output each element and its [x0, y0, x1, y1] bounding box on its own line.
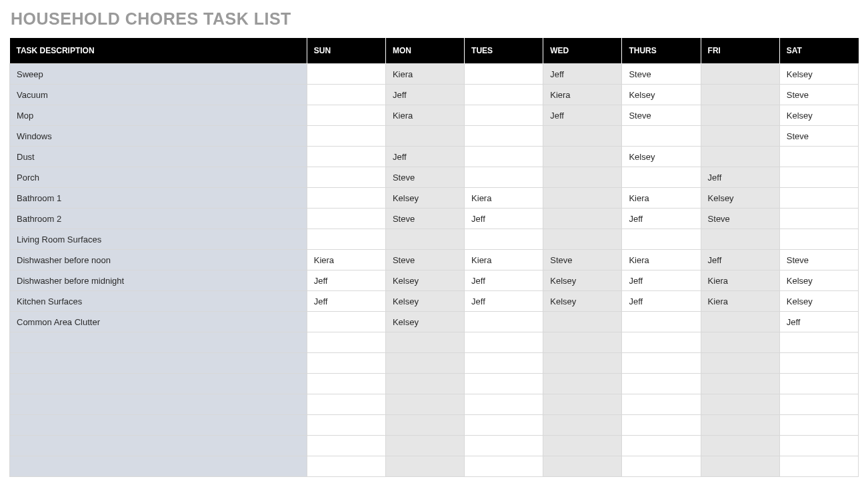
day-cell[interactable] — [779, 456, 858, 477]
day-cell[interactable] — [622, 229, 701, 250]
day-cell[interactable] — [701, 332, 779, 353]
day-cell[interactable] — [779, 209, 858, 229]
day-cell[interactable]: Kiera — [307, 250, 385, 270]
day-cell[interactable]: Jeff — [307, 291, 385, 312]
day-cell[interactable] — [779, 374, 858, 394]
day-cell[interactable] — [701, 64, 779, 85]
day-cell[interactable] — [543, 312, 622, 332]
task-description-cell[interactable] — [10, 374, 307, 394]
day-cell[interactable]: Steve — [622, 105, 701, 126]
day-cell[interactable] — [622, 332, 701, 353]
day-cell[interactable] — [385, 353, 464, 374]
task-description-cell[interactable]: Vacuum — [10, 85, 307, 105]
day-cell[interactable] — [307, 353, 385, 374]
day-cell[interactable] — [465, 147, 543, 167]
day-cell[interactable] — [701, 394, 779, 415]
day-cell[interactable] — [307, 332, 385, 353]
day-cell[interactable] — [701, 374, 779, 394]
day-cell[interactable]: Steve — [385, 167, 464, 188]
day-cell[interactable] — [465, 374, 543, 394]
day-cell[interactable] — [701, 415, 779, 436]
task-description-cell[interactable] — [10, 415, 307, 436]
day-cell[interactable] — [543, 436, 622, 456]
day-cell[interactable] — [701, 126, 779, 147]
day-cell[interactable] — [622, 415, 701, 436]
day-cell[interactable] — [779, 415, 858, 436]
day-cell[interactable] — [385, 374, 464, 394]
day-cell[interactable] — [307, 188, 385, 209]
task-description-cell[interactable]: Porch — [10, 167, 307, 188]
day-cell[interactable] — [465, 229, 543, 250]
day-cell[interactable] — [385, 456, 464, 477]
day-cell[interactable]: Kiera — [465, 250, 543, 270]
day-cell[interactable]: Kelsey — [701, 188, 779, 209]
day-cell[interactable]: Kiera — [385, 105, 464, 126]
day-cell[interactable] — [307, 374, 385, 394]
day-cell[interactable] — [779, 188, 858, 209]
day-cell[interactable]: Kiera — [622, 188, 701, 209]
day-cell[interactable]: Kiera — [385, 64, 464, 85]
day-cell[interactable] — [543, 374, 622, 394]
day-cell[interactable]: Kelsey — [779, 64, 858, 85]
day-cell[interactable] — [543, 167, 622, 188]
day-cell[interactable] — [465, 353, 543, 374]
task-description-cell[interactable]: Living Room Surfaces — [10, 229, 307, 250]
day-cell[interactable] — [543, 229, 622, 250]
day-cell[interactable] — [465, 85, 543, 105]
day-cell[interactable]: Jeff — [307, 270, 385, 291]
day-cell[interactable] — [543, 188, 622, 209]
day-cell[interactable]: Kelsey — [385, 291, 464, 312]
task-description-cell[interactable]: Kitchen Surfaces — [10, 291, 307, 312]
day-cell[interactable] — [465, 456, 543, 477]
task-description-cell[interactable]: Dishwasher before noon — [10, 250, 307, 270]
day-cell[interactable]: Kelsey — [385, 270, 464, 291]
task-description-cell[interactable] — [10, 456, 307, 477]
day-cell[interactable]: Jeff — [622, 209, 701, 229]
day-cell[interactable] — [307, 126, 385, 147]
day-cell[interactable]: Kiera — [465, 188, 543, 209]
day-cell[interactable]: Kelsey — [543, 270, 622, 291]
day-cell[interactable]: Kiera — [543, 85, 622, 105]
day-cell[interactable] — [465, 105, 543, 126]
day-cell[interactable] — [622, 353, 701, 374]
day-cell[interactable]: Steve — [385, 250, 464, 270]
day-cell[interactable] — [543, 456, 622, 477]
day-cell[interactable]: Steve — [779, 126, 858, 147]
day-cell[interactable] — [779, 147, 858, 167]
day-cell[interactable]: Kelsey — [385, 188, 464, 209]
day-cell[interactable] — [701, 229, 779, 250]
day-cell[interactable]: Jeff — [465, 270, 543, 291]
day-cell[interactable] — [622, 167, 701, 188]
day-cell[interactable] — [543, 415, 622, 436]
day-cell[interactable]: Jeff — [465, 291, 543, 312]
day-cell[interactable] — [307, 394, 385, 415]
day-cell[interactable] — [465, 167, 543, 188]
day-cell[interactable]: Jeff — [779, 312, 858, 332]
day-cell[interactable] — [779, 436, 858, 456]
day-cell[interactable] — [622, 374, 701, 394]
day-cell[interactable] — [465, 394, 543, 415]
day-cell[interactable]: Steve — [385, 209, 464, 229]
day-cell[interactable] — [779, 167, 858, 188]
day-cell[interactable] — [543, 126, 622, 147]
day-cell[interactable] — [779, 332, 858, 353]
day-cell[interactable]: Kiera — [701, 291, 779, 312]
day-cell[interactable] — [622, 394, 701, 415]
task-description-cell[interactable]: Bathroom 1 — [10, 188, 307, 209]
day-cell[interactable] — [779, 394, 858, 415]
day-cell[interactable] — [701, 353, 779, 374]
task-description-cell[interactable] — [10, 353, 307, 374]
day-cell[interactable]: Jeff — [385, 147, 464, 167]
day-cell[interactable]: Jeff — [543, 64, 622, 85]
day-cell[interactable] — [543, 353, 622, 374]
task-description-cell[interactable]: Mop — [10, 105, 307, 126]
day-cell[interactable]: Steve — [622, 64, 701, 85]
day-cell[interactable] — [307, 312, 385, 332]
day-cell[interactable] — [385, 436, 464, 456]
day-cell[interactable]: Kelsey — [622, 85, 701, 105]
task-description-cell[interactable]: Dishwasher before midnight — [10, 270, 307, 291]
day-cell[interactable]: Steve — [543, 250, 622, 270]
day-cell[interactable] — [701, 147, 779, 167]
day-cell[interactable] — [307, 147, 385, 167]
day-cell[interactable] — [307, 209, 385, 229]
